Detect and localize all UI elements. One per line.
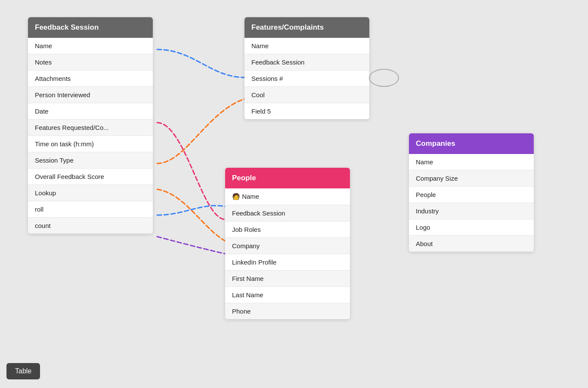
table-row[interactable]: Session Type <box>28 152 153 169</box>
table-row[interactable]: Logo <box>409 219 534 236</box>
table-row[interactable]: Cool <box>244 87 369 103</box>
table-button[interactable]: Table <box>6 363 40 379</box>
table-row[interactable]: Company <box>225 238 350 254</box>
table-row[interactable]: Phone <box>225 303 350 319</box>
companies-table[interactable]: Companies Name Company Size People Indus… <box>409 133 534 252</box>
table-row[interactable]: Attachments <box>28 71 153 87</box>
table-row[interactable]: Name <box>28 38 153 54</box>
table-row[interactable]: Feedback Session <box>225 205 350 222</box>
table-row[interactable]: People <box>409 187 534 203</box>
table-row[interactable]: Overall Feedback Score <box>28 169 153 185</box>
table-row[interactable]: 🧑 Name <box>225 188 350 205</box>
table-row[interactable]: Last Name <box>225 287 350 303</box>
table-row[interactable]: Time on task (h:mm) <box>28 136 153 152</box>
companies-header: Companies <box>409 133 534 154</box>
table-row[interactable]: Lookup <box>28 185 153 201</box>
people-table[interactable]: People 🧑 Name Feedback Session Job Roles… <box>225 168 350 319</box>
table-row[interactable]: Feedback Session <box>244 54 369 71</box>
table-row[interactable]: Features Requested/Co... <box>28 120 153 136</box>
feedback-session-header: Feedback Session <box>28 17 153 38</box>
table-row[interactable]: Industry <box>409 203 534 219</box>
table-row[interactable]: Job Roles <box>225 222 350 238</box>
table-row[interactable]: roll <box>28 201 153 218</box>
features-complaints-header: Features/Complaints <box>244 17 369 38</box>
table-row[interactable]: count <box>28 218 153 234</box>
table-row[interactable]: Sessions # <box>244 71 369 87</box>
oval-decoration <box>369 69 399 87</box>
table-row[interactable]: Name <box>244 38 369 54</box>
feedback-session-table[interactable]: Feedback Session Name Notes Attachments … <box>28 17 153 234</box>
table-row[interactable]: Person Interviewed <box>28 87 153 103</box>
table-row[interactable]: Notes <box>28 54 153 71</box>
table-row[interactable]: Date <box>28 103 153 120</box>
table-row[interactable]: Field 5 <box>244 103 369 119</box>
table-row[interactable]: Name <box>409 154 534 170</box>
table-row[interactable]: First Name <box>225 271 350 287</box>
table-row[interactable]: Company Size <box>409 170 534 187</box>
table-row[interactable]: LinkedIn Profile <box>225 254 350 271</box>
people-header: People <box>225 168 350 188</box>
table-row[interactable]: About <box>409 236 534 252</box>
features-complaints-table[interactable]: Features/Complaints Name Feedback Sessio… <box>244 17 369 119</box>
canvas: Feedback Session Name Notes Attachments … <box>0 0 588 388</box>
